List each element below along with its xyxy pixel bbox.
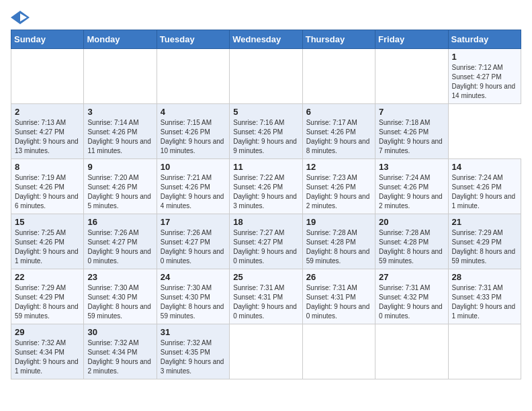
- calendar-cell: 3 Sunrise: 7:14 AM Sunset: 4:26 PM Dayli…: [84, 104, 157, 159]
- day-info: Sunrise: 7:14 AM Sunset: 4:26 PM Dayligh…: [87, 118, 152, 156]
- day-number: 8: [15, 162, 80, 172]
- day-number: 19: [306, 217, 371, 227]
- day-info: Sunrise: 7:26 AM Sunset: 4:27 PM Dayligh…: [87, 228, 152, 266]
- day-number: 26: [306, 272, 371, 282]
- day-info: Sunrise: 7:26 AM Sunset: 4:27 PM Dayligh…: [161, 228, 226, 266]
- header-thursday: Thursday: [302, 30, 375, 49]
- day-info: Sunrise: 7:23 AM Sunset: 4:26 PM Dayligh…: [306, 173, 371, 211]
- calendar-cell: 30 Sunrise: 7:32 AM Sunset: 4:34 PM Dayl…: [84, 324, 157, 379]
- day-number: 29: [15, 327, 80, 337]
- calendar-cell: [157, 49, 229, 104]
- day-info: Sunrise: 7:13 AM Sunset: 4:27 PM Dayligh…: [15, 118, 80, 156]
- day-number: 16: [87, 217, 152, 227]
- calendar-cell: 7 Sunrise: 7:18 AM Sunset: 4:26 PM Dayli…: [375, 104, 448, 159]
- calendar-cell: 4 Sunrise: 7:15 AM Sunset: 4:26 PM Dayli…: [157, 104, 229, 159]
- calendar-cell: 26 Sunrise: 7:31 AM Sunset: 4:31 PM Dayl…: [302, 269, 375, 324]
- day-number: 2: [15, 107, 80, 117]
- calendar-cell: 10 Sunrise: 7:21 AM Sunset: 4:26 PM Dayl…: [157, 159, 229, 214]
- calendar-header-row: SundayMondayTuesdayWednesdayThursdayFrid…: [11, 30, 521, 49]
- day-info: Sunrise: 7:16 AM Sunset: 4:26 PM Dayligh…: [233, 118, 298, 156]
- header-friday: Friday: [375, 30, 448, 49]
- day-info: Sunrise: 7:28 AM Sunset: 4:28 PM Dayligh…: [379, 228, 444, 266]
- day-number: 11: [233, 162, 298, 172]
- day-info: Sunrise: 7:27 AM Sunset: 4:27 PM Dayligh…: [233, 228, 298, 266]
- day-number: 24: [161, 272, 226, 282]
- calendar-cell: [11, 49, 84, 104]
- calendar-cell: 28 Sunrise: 7:31 AM Sunset: 4:33 PM Dayl…: [448, 269, 521, 324]
- calendar-cell: 20 Sunrise: 7:28 AM Sunset: 4:28 PM Dayl…: [375, 214, 448, 269]
- calendar-cell: [302, 49, 375, 104]
- day-info: Sunrise: 7:24 AM Sunset: 4:26 PM Dayligh…: [379, 173, 444, 211]
- calendar-cell: 23 Sunrise: 7:30 AM Sunset: 4:30 PM Dayl…: [84, 269, 157, 324]
- day-number: 9: [87, 162, 152, 172]
- header-wednesday: Wednesday: [230, 30, 302, 49]
- logo: [11, 11, 32, 24]
- day-number: 14: [452, 162, 517, 172]
- calendar-body: 1 Sunrise: 7:12 AM Sunset: 4:27 PM Dayli…: [11, 49, 521, 379]
- day-info: Sunrise: 7:24 AM Sunset: 4:26 PM Dayligh…: [452, 173, 517, 211]
- calendar-cell: [448, 324, 521, 379]
- calendar-cell: 24 Sunrise: 7:30 AM Sunset: 4:30 PM Dayl…: [157, 269, 229, 324]
- day-number: 4: [161, 107, 226, 117]
- calendar-cell: 31 Sunrise: 7:32 AM Sunset: 4:35 PM Dayl…: [157, 324, 229, 379]
- calendar-cell: 17 Sunrise: 7:26 AM Sunset: 4:27 PM Dayl…: [157, 214, 229, 269]
- header-saturday: Saturday: [448, 30, 521, 49]
- day-number: 27: [379, 272, 444, 282]
- day-info: Sunrise: 7:31 AM Sunset: 4:31 PM Dayligh…: [233, 283, 298, 321]
- day-number: 10: [161, 162, 226, 172]
- calendar-cell: 27 Sunrise: 7:31 AM Sunset: 4:32 PM Dayl…: [375, 269, 448, 324]
- calendar-cell: [375, 324, 448, 379]
- calendar-week-3: 8 Sunrise: 7:19 AM Sunset: 4:26 PM Dayli…: [11, 159, 521, 214]
- day-number: 1: [452, 52, 517, 62]
- day-info: Sunrise: 7:25 AM Sunset: 4:26 PM Dayligh…: [15, 228, 80, 266]
- calendar-week-2: 2 Sunrise: 7:13 AM Sunset: 4:27 PM Dayli…: [11, 104, 521, 159]
- calendar-cell: [84, 49, 157, 104]
- calendar-cell: 22 Sunrise: 7:29 AM Sunset: 4:29 PM Dayl…: [11, 269, 84, 324]
- header-sunday: Sunday: [11, 30, 84, 49]
- day-number: 21: [452, 217, 517, 227]
- day-number: 20: [379, 217, 444, 227]
- day-info: Sunrise: 7:32 AM Sunset: 4:35 PM Dayligh…: [161, 338, 226, 376]
- calendar-week-4: 15 Sunrise: 7:25 AM Sunset: 4:26 PM Dayl…: [11, 214, 521, 269]
- header-monday: Monday: [84, 30, 157, 49]
- day-info: Sunrise: 7:12 AM Sunset: 4:27 PM Dayligh…: [452, 63, 517, 101]
- day-info: Sunrise: 7:18 AM Sunset: 4:26 PM Dayligh…: [379, 118, 444, 156]
- calendar-cell: 1 Sunrise: 7:12 AM Sunset: 4:27 PM Dayli…: [448, 49, 521, 104]
- day-info: Sunrise: 7:31 AM Sunset: 4:32 PM Dayligh…: [379, 283, 444, 321]
- day-info: Sunrise: 7:15 AM Sunset: 4:26 PM Dayligh…: [161, 118, 226, 156]
- day-info: Sunrise: 7:29 AM Sunset: 4:29 PM Dayligh…: [452, 228, 517, 266]
- calendar-cell: [375, 49, 448, 104]
- day-number: 5: [233, 107, 298, 117]
- day-number: 23: [87, 272, 152, 282]
- day-number: 31: [161, 327, 226, 337]
- day-info: Sunrise: 7:21 AM Sunset: 4:26 PM Dayligh…: [161, 173, 226, 211]
- calendar-cell: 19 Sunrise: 7:28 AM Sunset: 4:28 PM Dayl…: [302, 214, 375, 269]
- day-info: Sunrise: 7:20 AM Sunset: 4:26 PM Dayligh…: [87, 173, 152, 211]
- calendar-cell: 11 Sunrise: 7:22 AM Sunset: 4:26 PM Dayl…: [230, 159, 302, 214]
- day-info: Sunrise: 7:32 AM Sunset: 4:34 PM Dayligh…: [15, 338, 80, 376]
- day-number: 13: [379, 162, 444, 172]
- calendar-cell: 8 Sunrise: 7:19 AM Sunset: 4:26 PM Dayli…: [11, 159, 84, 214]
- day-info: Sunrise: 7:28 AM Sunset: 4:28 PM Dayligh…: [306, 228, 371, 266]
- calendar-week-6: 29 Sunrise: 7:32 AM Sunset: 4:34 PM Dayl…: [11, 324, 521, 379]
- day-info: Sunrise: 7:22 AM Sunset: 4:26 PM Dayligh…: [233, 173, 298, 211]
- calendar-cell: [302, 324, 375, 379]
- day-number: 12: [306, 162, 371, 172]
- calendar-week-1: 1 Sunrise: 7:12 AM Sunset: 4:27 PM Dayli…: [11, 49, 521, 104]
- header-tuesday: Tuesday: [157, 30, 229, 49]
- calendar-cell: 12 Sunrise: 7:23 AM Sunset: 4:26 PM Dayl…: [302, 159, 375, 214]
- day-info: Sunrise: 7:17 AM Sunset: 4:26 PM Dayligh…: [306, 118, 371, 156]
- day-number: 7: [379, 107, 444, 117]
- calendar-cell: 29 Sunrise: 7:32 AM Sunset: 4:34 PM Dayl…: [11, 324, 84, 379]
- calendar-cell: 18 Sunrise: 7:27 AM Sunset: 4:27 PM Dayl…: [230, 214, 302, 269]
- calendar-cell: 13 Sunrise: 7:24 AM Sunset: 4:26 PM Dayl…: [375, 159, 448, 214]
- calendar-cell: 6 Sunrise: 7:17 AM Sunset: 4:26 PM Dayli…: [302, 104, 375, 159]
- day-info: Sunrise: 7:31 AM Sunset: 4:33 PM Dayligh…: [452, 283, 517, 321]
- calendar-cell: [230, 324, 302, 379]
- day-number: 25: [233, 272, 298, 282]
- day-number: 30: [87, 327, 152, 337]
- calendar-cell: 2 Sunrise: 7:13 AM Sunset: 4:27 PM Dayli…: [11, 104, 84, 159]
- day-number: 6: [306, 107, 371, 117]
- day-info: Sunrise: 7:29 AM Sunset: 4:29 PM Dayligh…: [15, 283, 80, 321]
- calendar-table: SundayMondayTuesdayWednesdayThursdayFrid…: [11, 30, 521, 379]
